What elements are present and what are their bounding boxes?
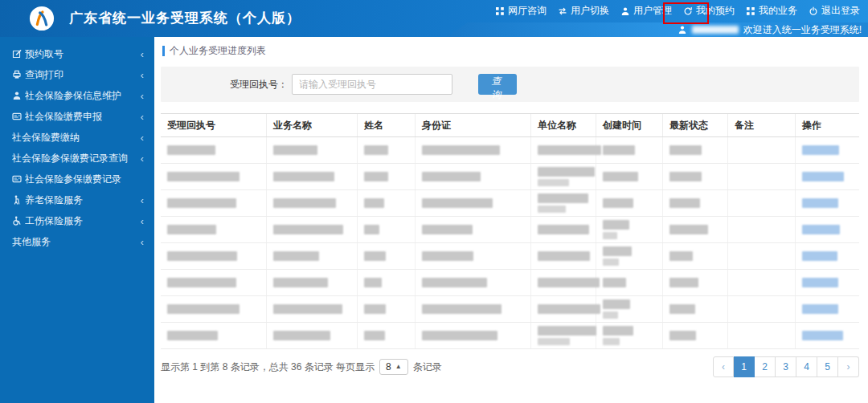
row-action-link[interactable]: [802, 304, 838, 314]
redacted-value: [538, 326, 596, 336]
row-action-link[interactable]: [802, 225, 840, 234]
nav-item-label: 用户切换: [571, 4, 609, 18]
table-cell: [358, 296, 416, 322]
page-button-3[interactable]: 3: [776, 356, 796, 377]
sidebar-item-8[interactable]: 养老保险服务‹: [0, 189, 154, 210]
sidebar-item-6[interactable]: 社会保险参保缴费记录查询‹: [0, 148, 154, 169]
table-cell: [358, 323, 416, 348]
redacted-value: [538, 225, 589, 234]
table-cell: [663, 217, 728, 242]
redacted-value: [364, 331, 385, 340]
nav-item-6[interactable]: 退出登录: [809, 4, 860, 18]
sidebar-item-label: 工伤保险服务: [25, 214, 136, 228]
row-action-link[interactable]: [802, 198, 838, 208]
main-content: 个人业务受理进度列表 受理回执号： 查 询 受理回执号业务名称姓名身份证单位名称…: [154, 37, 868, 403]
sidebar-item-1[interactable]: 预约取号‹: [0, 43, 154, 64]
table-cell: [796, 296, 859, 322]
redacted-value: [273, 331, 330, 340]
table-cell: [728, 323, 796, 348]
table-cell: [358, 164, 416, 189]
nav-item-5[interactable]: 我的业务: [746, 4, 797, 18]
table-row[interactable]: [161, 296, 859, 323]
redacted-value: [364, 278, 382, 287]
chevron-left-icon: ‹: [141, 90, 144, 102]
chevron-left-icon: ‹: [141, 215, 144, 227]
history-icon: [683, 6, 693, 16]
page-button-1[interactable]: 1: [734, 356, 755, 377]
nav-item-label: 退出登录: [821, 4, 860, 18]
row-action-link[interactable]: [802, 172, 844, 181]
table-cell: [596, 296, 663, 322]
table-row[interactable]: [161, 323, 859, 349]
nav-item-3[interactable]: 用户管理: [620, 4, 672, 18]
sidebar-item-5[interactable]: 社会保险费缴纳‹: [0, 127, 154, 148]
redacted-value: [603, 246, 632, 256]
table-row[interactable]: [161, 137, 859, 164]
receipt-number-input[interactable]: [292, 74, 452, 95]
chevron-left-icon: ‹: [141, 194, 144, 206]
redacted-value: [364, 304, 386, 314]
page-button-5[interactable]: 5: [817, 356, 838, 377]
redacted-value: [538, 338, 570, 345]
table-row[interactable]: [161, 270, 859, 296]
table-cell: [531, 270, 596, 295]
table-row[interactable]: [161, 164, 859, 190]
elder-icon: [12, 195, 22, 205]
page-size-select[interactable]: 8 ▲: [379, 359, 408, 375]
column-header: 身份证: [416, 114, 531, 136]
sidebar-item-3[interactable]: 社会保险参保信息维护‹: [0, 85, 154, 106]
nav-item-2[interactable]: 用户切换: [558, 4, 609, 18]
table-row[interactable]: [161, 217, 859, 243]
table-cell: [416, 323, 531, 348]
table-cell: [728, 190, 796, 216]
table-cell: [796, 137, 859, 163]
sidebar-item-7[interactable]: 社会保险参保缴费记录: [0, 169, 154, 189]
column-header: 创建时间: [596, 114, 663, 136]
column-header: 受理回执号: [161, 114, 267, 136]
redacted-value: [422, 331, 497, 340]
table-row[interactable]: [161, 243, 859, 270]
top-nav: 网厅咨询用户切换用户管理我的预约我的业务退出登录: [495, 4, 860, 18]
sidebar-item-label: 社会保险参保信息维护: [25, 89, 136, 103]
table-cell: [531, 190, 596, 216]
redacted-value: [669, 331, 696, 340]
table-row[interactable]: [161, 190, 859, 217]
nav-item-1[interactable]: 网厅咨询: [495, 4, 547, 18]
sidebar: 预约取号‹查询打印‹社会保险参保信息维护‹社会保险缴费申报‹社会保险费缴纳‹社会…: [0, 37, 154, 403]
grid-icon: [495, 6, 505, 16]
sidebar-item-9[interactable]: 工伤保险服务‹: [0, 210, 154, 231]
table-cell: [796, 270, 859, 295]
table-cell: [161, 190, 267, 216]
pagination-info-prefix: 显示第 1 到第 8 条记录，总共 36 条记录 每页显示: [161, 360, 375, 374]
table-cell: [267, 217, 358, 242]
redacted-value: [538, 167, 595, 177]
sidebar-item-10[interactable]: 其他服务‹: [0, 231, 154, 252]
redacted-value: [364, 225, 379, 234]
table-cell: [796, 190, 859, 216]
page-button-2[interactable]: 2: [755, 356, 776, 377]
table-cell: [416, 270, 531, 295]
redacted-value: [167, 172, 240, 181]
row-action-link[interactable]: [802, 251, 837, 261]
redacted-value: [167, 331, 218, 340]
redacted-value: [603, 232, 617, 239]
row-action-link[interactable]: [802, 331, 843, 340]
pager: ‹12345›: [713, 356, 859, 377]
prev-page-button[interactable]: ‹: [713, 356, 734, 377]
sidebar-item-4[interactable]: 社会保险缴费申报‹: [0, 106, 154, 127]
sidebar-item-label: 社会保险参保缴费记录: [25, 173, 144, 186]
row-action-link[interactable]: [802, 145, 839, 155]
page-button-4[interactable]: 4: [796, 356, 817, 377]
redacted-value: [167, 304, 240, 314]
chevron-left-icon: ‹: [141, 111, 144, 123]
next-page-button[interactable]: ›: [838, 356, 859, 377]
row-action-link[interactable]: [802, 278, 838, 287]
query-button[interactable]: 查 询: [478, 74, 517, 95]
redacted-value: [422, 198, 493, 208]
sidebar-item-2[interactable]: 查询打印‹: [0, 64, 154, 85]
redacted-value: [538, 304, 600, 314]
redacted-value: [669, 198, 700, 208]
nav-item-4[interactable]: 我的预约: [683, 4, 735, 18]
redacted-value: [167, 145, 215, 155]
chevron-left-icon: ‹: [141, 48, 144, 60]
